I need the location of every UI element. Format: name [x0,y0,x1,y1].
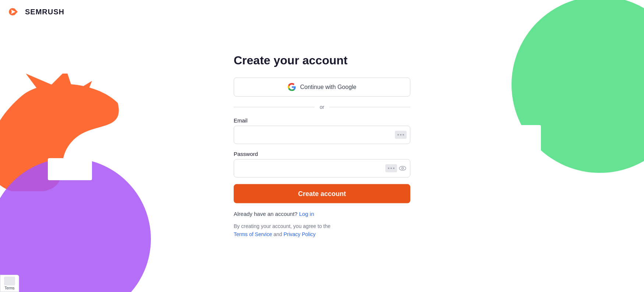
divider-line-left [234,107,315,107]
signup-form-container: Create your account Continue with Google… [234,54,410,239]
login-link[interactable]: Log in [299,211,314,217]
password-input-icons [385,164,407,172]
svg-rect-5 [519,136,541,154]
email-input-icon [395,131,407,139]
page-title: Create your account [234,54,347,67]
google-icon [288,83,296,91]
email-label: Email [234,117,248,124]
svg-point-6 [399,166,406,170]
autofill-dots-icon [395,131,407,139]
svg-rect-2 [48,158,92,180]
password-toggle-visibility[interactable] [399,164,407,172]
logo: SEMRUSH [9,7,64,17]
cookie-terms-badge[interactable]: Terms [0,275,19,292]
deco-orange-shape [0,74,132,191]
semrush-logo-icon [9,7,22,17]
terms-of-service-link[interactable]: Terms of Service [234,231,272,237]
cookie-label: Terms [4,286,14,290]
login-prompt-text: Already have an account? [234,211,297,217]
password-input[interactable] [234,159,410,178]
deco-purple-shape [0,136,151,292]
google-button-label: Continue with Google [300,84,357,90]
deco-green-shape [482,0,644,177]
divider-text: or [320,104,324,110]
svg-point-1 [0,158,151,292]
divider-line-right [329,107,410,107]
terms-notice: By creating your account, you agree to t… [234,222,330,239]
svg-point-3 [512,0,644,173]
google-signin-button[interactable]: Continue with Google [234,78,410,97]
email-input-wrapper [234,126,410,144]
logo-text: SEMRUSH [25,8,64,16]
svg-rect-4 [512,125,541,147]
privacy-policy-link[interactable]: Privacy Policy [283,231,315,237]
cookie-icon [4,277,15,285]
login-prompt: Already have an account? Log in [234,211,314,217]
password-label: Password [234,151,258,157]
create-account-button[interactable]: Create account [234,184,410,203]
email-input[interactable] [234,126,410,144]
password-dots-icon [385,164,397,172]
terms-and-text: and [273,231,282,237]
terms-notice-text: By creating your account, you agree to t… [234,223,330,229]
password-input-wrapper [234,159,410,178]
divider: or [234,104,410,110]
svg-point-7 [402,167,404,169]
